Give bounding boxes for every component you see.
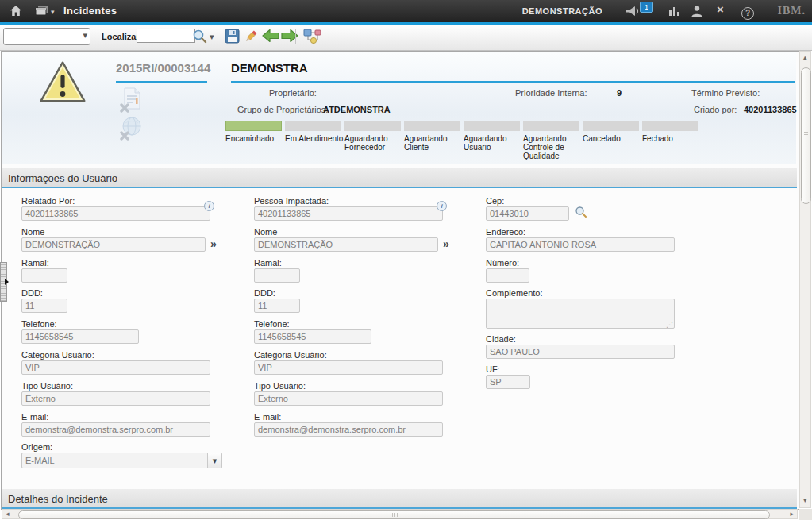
telefone2-input[interactable] (254, 329, 371, 344)
search-icon[interactable] (192, 29, 208, 48)
origem-label: Origem: (21, 442, 222, 452)
record-id-underline (116, 81, 207, 83)
categoria2-label: Categoria Usuário: (254, 350, 443, 360)
cep-input[interactable] (486, 206, 569, 221)
status-bar (464, 121, 520, 131)
scroll-up-icon[interactable]: ▴ (803, 53, 807, 62)
horizontal-scrollbar[interactable]: ◂ ▸ (2, 509, 798, 519)
uf-input[interactable] (486, 375, 530, 389)
tipo2-input[interactable] (254, 391, 443, 406)
toolbar: ▾ Localizar: ▾ (0, 25, 812, 51)
workflow-icon[interactable] (303, 29, 322, 48)
email2-field: E-mail: (254, 412, 443, 437)
localizar-input[interactable] (137, 29, 195, 43)
status-step-label: Encaminhado (225, 134, 289, 143)
scroll-right-icon[interactable]: ▸ (790, 510, 794, 518)
tipo1-input[interactable] (21, 391, 210, 406)
toolbar-separator (295, 29, 296, 44)
record-list-select[interactable]: ▾ (3, 28, 90, 45)
ramal2-label: Ramal: (254, 258, 300, 268)
create-communication-disabled-icon (120, 87, 142, 116)
globe-disabled-icon (120, 117, 142, 144)
nome2-detail-chevron-icon[interactable]: » (443, 237, 449, 251)
horizontal-scrollbar-thumb[interactable] (18, 510, 770, 519)
pessoa-impactada-input[interactable] (254, 206, 443, 221)
prioridade-value: 9 (617, 88, 622, 98)
status-step-encaminhado: Encaminhado (225, 121, 282, 160)
textarea-resize-grip[interactable]: ⋰ (666, 321, 673, 329)
categoria2-input[interactable] (254, 360, 443, 375)
section-user-info[interactable]: Informações do Usuário (2, 168, 797, 188)
cidade-input[interactable] (486, 345, 675, 359)
ddd2-label: DDD: (254, 288, 300, 298)
notification-badge[interactable]: 1 (640, 2, 653, 13)
grupo-proprietarios-value: ATDEMONSTRA (323, 105, 391, 114)
tipo2-label: Tipo Usuário: (254, 381, 443, 391)
sidebar-collapse-handle[interactable] (0, 262, 7, 302)
telefone1-label: Telefone: (21, 319, 139, 329)
ramal1-label: Ramal: (21, 258, 67, 268)
telefone1-input[interactable] (21, 329, 139, 344)
status-bar (404, 121, 460, 131)
cep-lookup-icon[interactable] (575, 206, 587, 221)
announcements-icon[interactable] (625, 6, 640, 20)
origem-caret-icon[interactable]: ▾ (207, 453, 221, 468)
email1-input[interactable] (21, 422, 210, 437)
numero-input[interactable] (486, 268, 529, 283)
origem-select[interactable]: E-MAIL ▾ (21, 453, 222, 468)
complemento-textarea[interactable] (486, 299, 675, 329)
save-icon[interactable] (225, 29, 240, 47)
record-title-underline (231, 81, 795, 83)
vertical-scrollbar-thumb[interactable] (801, 67, 811, 204)
home-icon[interactable] (10, 5, 22, 21)
help-icon[interactable]: ? (741, 5, 754, 20)
search-options-caret-icon[interactable]: ▾ (210, 32, 214, 42)
status-bar (523, 121, 579, 131)
ddd2-field: DDD: (254, 288, 300, 313)
clear-changes-icon[interactable] (243, 29, 259, 48)
nome2-input[interactable] (254, 237, 438, 252)
status-step-label: Aguardando Usuario (464, 134, 527, 152)
nome1-detail-chevron-icon[interactable]: » (210, 237, 217, 251)
cidade-label: Cidade: (486, 334, 675, 344)
ramal1-input[interactable] (21, 268, 67, 283)
endereco-input[interactable] (486, 237, 675, 252)
section-incident-details-title: Detalhes do Incidente (8, 493, 108, 505)
cep-field: Cep: (486, 196, 569, 221)
nome1-input[interactable] (21, 237, 206, 252)
status-bar (583, 121, 639, 131)
scroll-left-icon[interactable]: ◂ (6, 510, 10, 518)
proprietario-label: Proprietário: (269, 88, 317, 98)
scroll-down-icon[interactable]: ▾ (803, 496, 807, 505)
warning-icon (39, 60, 87, 109)
categoria1-label: Categoria Usuário: (21, 350, 210, 360)
relatado-por-label: Relatado Por: (21, 196, 210, 206)
reports-icon[interactable] (668, 5, 681, 20)
categoria1-input[interactable] (21, 360, 210, 375)
vertical-scrollbar[interactable]: ▴ ▾ (799, 51, 811, 508)
status-step-label: Aguardando Cliente (404, 134, 468, 152)
status-step-cancelado: Cancelado (583, 121, 639, 160)
nome1-field: Nome (21, 227, 206, 252)
termino-label: Término Previsto: (691, 88, 760, 98)
close-icon[interactable]: × (717, 3, 724, 16)
record-list-caret-icon[interactable]: ▾ (83, 30, 87, 40)
status-step-aguardando-fornecedor: Aguardando Fornecedor (344, 121, 401, 160)
previous-record-icon[interactable] (262, 29, 279, 46)
ramal2-input[interactable] (254, 268, 300, 283)
pessoa-impactada-info-icon[interactable]: i (437, 201, 447, 211)
topbar: ▾ Incidentes DEMONSTRAÇÃO 1 × ? IBM. (0, 0, 812, 22)
complemento-field: Complemento: ⋰ (486, 288, 675, 329)
relatado-por-info-icon[interactable]: i (204, 201, 214, 211)
ddd2-input[interactable] (254, 299, 300, 313)
user-label: DEMONSTRAÇÃO (522, 6, 602, 16)
email2-input[interactable] (254, 422, 443, 437)
profile-icon[interactable] (691, 5, 703, 21)
windows-menu-icon[interactable] (35, 5, 49, 20)
numero-label: Número: (486, 258, 529, 268)
section-incident-details[interactable]: Detalhes do Incidente (2, 489, 797, 509)
endereco-label: Endereco: (486, 227, 675, 237)
relatado-por-input[interactable] (21, 206, 210, 221)
ddd1-input[interactable] (21, 299, 67, 313)
windows-menu-caret-icon[interactable]: ▾ (51, 6, 55, 18)
